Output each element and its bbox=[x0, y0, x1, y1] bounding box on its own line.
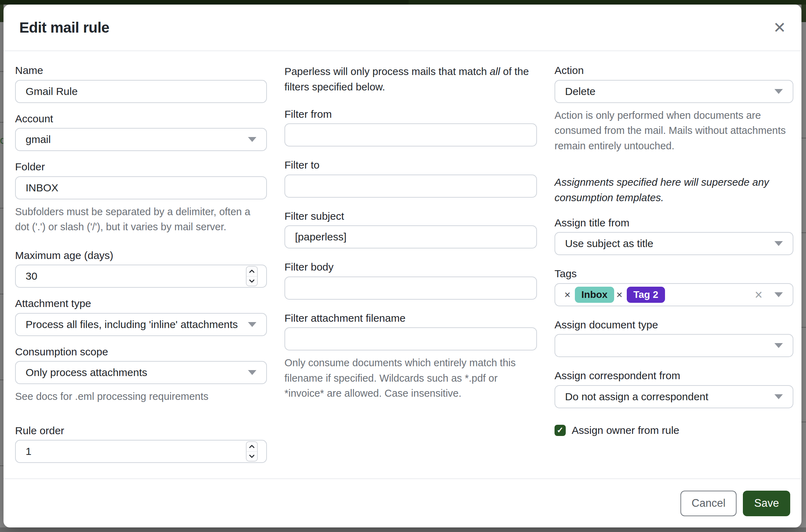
backdrop-row-line bbox=[801, 138, 806, 138]
caret-down-icon bbox=[248, 322, 256, 327]
caret-down-icon bbox=[774, 241, 783, 246]
filter-from-input[interactable] bbox=[284, 123, 537, 146]
assign-title-from-label: Assign title from bbox=[555, 216, 793, 230]
backdrop-row-line bbox=[0, 71, 4, 72]
dialog-footer: Cancel Save bbox=[4, 478, 801, 527]
filter-subject-input[interactable] bbox=[284, 225, 537, 248]
caret-down-icon bbox=[248, 370, 256, 375]
caret-down-icon bbox=[774, 89, 783, 94]
stepper-down-icon[interactable] bbox=[247, 451, 257, 461]
filters-intro-prefix: Paperless will only process mails that m… bbox=[284, 66, 490, 77]
assign-correspondent-from-select-value: Do not assign a correspondent bbox=[565, 391, 708, 403]
tags-field-group: Tags × Inbox × Tag 2 × bbox=[555, 267, 793, 306]
assignments-note-text: Assignments specified here will supersed… bbox=[555, 175, 793, 206]
assign-owner-checkbox-row: ✓ Assign owner from rule bbox=[555, 424, 793, 436]
save-button[interactable]: Save bbox=[743, 491, 790, 516]
filters-column: Paperless will only process mails that m… bbox=[284, 64, 537, 478]
screen: d Edit mail rule ✕ Name Account bbox=[0, 0, 806, 532]
filter-to-label: Filter to bbox=[284, 158, 537, 172]
consumption-scope-field-group: Consumption scope Only process attachmen… bbox=[15, 345, 267, 404]
assign-document-type-select[interactable] bbox=[555, 334, 793, 357]
folder-label: Folder bbox=[15, 160, 267, 173]
filter-subject-field-group: Filter subject bbox=[284, 210, 537, 249]
folder-help-text: Subfolders must be separated by a delimi… bbox=[15, 204, 267, 235]
filter-subject-label: Filter subject bbox=[284, 210, 537, 223]
dialog-title: Edit mail rule bbox=[19, 19, 109, 36]
rule-order-field-group: Rule order bbox=[15, 424, 267, 463]
backdrop-bottom-strip bbox=[0, 527, 806, 532]
action-select-value: Delete bbox=[565, 86, 596, 97]
filters-intro-italic: all bbox=[490, 66, 500, 77]
backdrop-row-line bbox=[801, 327, 806, 328]
backdrop-left-strip: d bbox=[0, 5, 4, 532]
assign-owner-checkbox-label: Assign owner from rule bbox=[572, 424, 679, 436]
check-icon: ✓ bbox=[557, 425, 563, 435]
action-select[interactable]: Delete bbox=[555, 80, 793, 103]
tag-badge-inbox: Inbox bbox=[575, 287, 614, 303]
backdrop-text-fragment: d bbox=[0, 134, 4, 146]
name-label: Name bbox=[15, 64, 267, 77]
action-field-group: Action Delete Action is only performed w… bbox=[555, 64, 793, 154]
caret-down-icon bbox=[774, 292, 783, 297]
dialog-header: Edit mail rule ✕ bbox=[4, 5, 801, 51]
filter-attachment-filename-label: Filter attachment filename bbox=[284, 312, 537, 325]
filter-body-label: Filter body bbox=[284, 260, 537, 274]
maximum-age-input[interactable] bbox=[15, 265, 267, 288]
cancel-button[interactable]: Cancel bbox=[680, 491, 737, 516]
attachment-type-label: Attachment type bbox=[15, 297, 267, 310]
stepper-up-icon[interactable] bbox=[247, 442, 257, 451]
account-select[interactable]: gmail bbox=[15, 128, 267, 151]
folder-input[interactable] bbox=[15, 176, 267, 199]
filter-body-field-group: Filter body bbox=[284, 260, 537, 300]
consumption-scope-select[interactable]: Only process attachments bbox=[15, 361, 267, 384]
assign-title-from-select[interactable]: Use subject as title bbox=[555, 232, 793, 255]
maximum-age-label: Maximum age (days) bbox=[15, 249, 267, 262]
backdrop-row-line bbox=[0, 465, 4, 466]
stepper-up-icon[interactable] bbox=[247, 267, 257, 276]
folder-field-group: Folder Subfolders must be separated by a… bbox=[15, 160, 267, 235]
filter-to-field-group: Filter to bbox=[284, 158, 537, 198]
assign-owner-checkbox[interactable]: ✓ bbox=[555, 425, 566, 436]
assign-correspondent-from-select[interactable]: Do not assign a correspondent bbox=[555, 385, 793, 408]
filter-body-input[interactable] bbox=[284, 277, 537, 300]
clear-tags-icon[interactable]: × bbox=[755, 288, 763, 301]
backdrop-right-strip bbox=[801, 5, 806, 532]
assign-document-type-field-group: Assign document type bbox=[555, 318, 793, 357]
rule-order-stepper[interactable] bbox=[246, 441, 258, 462]
maximum-age-stepper[interactable] bbox=[246, 266, 258, 286]
filter-from-label: Filter from bbox=[284, 108, 537, 121]
filter-from-field-group: Filter from bbox=[284, 108, 537, 147]
consumption-scope-help-text: See docs for .eml processing requirement… bbox=[15, 389, 267, 404]
rule-order-input[interactable] bbox=[15, 440, 267, 463]
filter-attachment-filename-input[interactable] bbox=[284, 327, 537, 350]
attachment-type-select-value: Process all files, including 'inline' at… bbox=[26, 319, 238, 330]
caret-down-icon bbox=[248, 137, 256, 142]
backdrop-row-line bbox=[0, 380, 4, 380]
rule-order-label: Rule order bbox=[15, 424, 267, 437]
rule-order-number-field bbox=[15, 440, 267, 463]
stepper-down-icon[interactable] bbox=[247, 276, 257, 286]
name-input[interactable] bbox=[15, 80, 267, 103]
action-label: Action bbox=[555, 64, 793, 77]
account-label: Account bbox=[15, 112, 267, 125]
consumption-scope-label: Consumption scope bbox=[15, 345, 267, 359]
account-select-value: gmail bbox=[26, 134, 51, 145]
backdrop-row-line bbox=[801, 422, 806, 422]
remove-tag-icon[interactable]: × bbox=[616, 289, 623, 300]
rule-settings-column: Name Account gmail Folder Subfolders mus… bbox=[15, 64, 267, 478]
filter-to-input[interactable] bbox=[284, 175, 537, 198]
caret-down-icon bbox=[774, 394, 783, 399]
filter-attachment-filename-field-group: Filter attachment filename Only consume … bbox=[284, 312, 537, 401]
tags-multiselect[interactable]: × Inbox × Tag 2 × bbox=[555, 283, 793, 306]
backdrop-row-line bbox=[0, 122, 4, 123]
maximum-age-field-group: Maximum age (days) bbox=[15, 249, 267, 288]
tag-badge-tag2: Tag 2 bbox=[627, 287, 665, 303]
close-icon[interactable]: ✕ bbox=[772, 19, 787, 37]
remove-tag-icon[interactable]: × bbox=[564, 289, 571, 300]
filters-intro-text: Paperless will only process mails that m… bbox=[284, 64, 537, 95]
tags-label: Tags bbox=[555, 267, 793, 280]
dialog-body: Name Account gmail Folder Subfolders mus… bbox=[4, 51, 801, 478]
backdrop-right-green-cap bbox=[801, 5, 806, 22]
filter-attachment-filename-help-text: Only consume documents which entirely ma… bbox=[284, 355, 537, 401]
attachment-type-select[interactable]: Process all files, including 'inline' at… bbox=[15, 313, 267, 336]
